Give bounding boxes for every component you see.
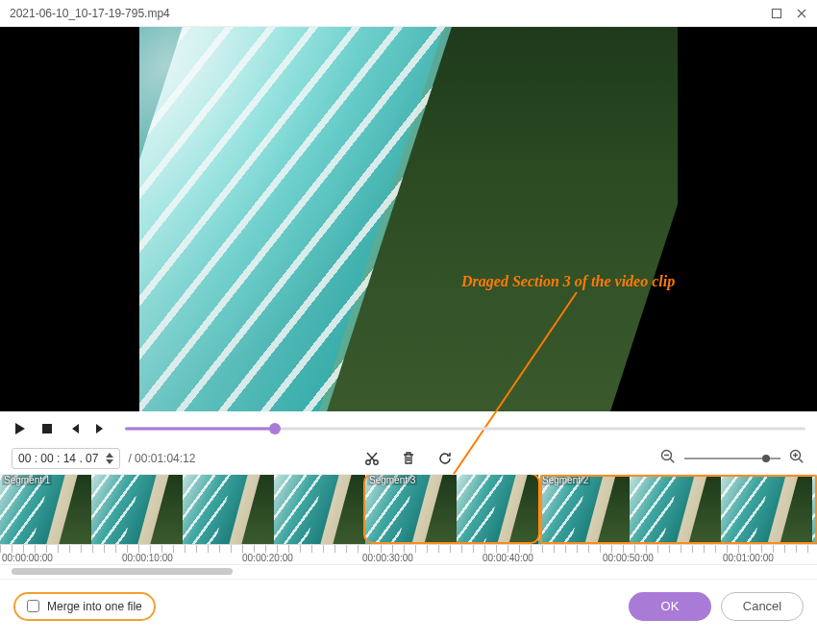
merge-checkbox[interactable] xyxy=(27,600,39,612)
timeline: Segment 1 Segment 3 Segment 2 00:00:00:0… xyxy=(0,475,817,577)
ruler-tick: 00:00:10:00 xyxy=(120,553,240,564)
segment2-label: Segment 2 xyxy=(540,475,590,485)
ruler-tick: 00:00:50:00 xyxy=(601,553,721,564)
title-bar: 2021-06-10_10-17-19-795.mp4 xyxy=(0,0,817,27)
merge-label: Merge into one file xyxy=(47,600,142,613)
video-preview-area: Draged Section 3 of the video clip xyxy=(0,27,817,411)
zoom-slider[interactable] xyxy=(684,458,780,459)
thumb-seg1-0[interactable]: Segment 1 xyxy=(0,475,91,544)
thumb-seg2-1[interactable] xyxy=(630,475,721,544)
maximize-button[interactable] xyxy=(771,8,782,19)
time-tools-row: 00 : 00 : 14 . 07 / 00:01:04:12 xyxy=(0,442,817,475)
window-title: 2021-06-10_10-17-19-795.mp4 xyxy=(10,7,771,20)
timeline-scrollbar[interactable] xyxy=(12,567,805,577)
ruler-tick: 00:00:20:00 xyxy=(240,553,360,564)
segment3-label: Segment 3 xyxy=(367,475,417,485)
total-duration: / 00:01:04:12 xyxy=(128,452,195,465)
current-time-value: 00 : 00 : 14 . 07 xyxy=(18,452,98,465)
seek-slider[interactable] xyxy=(125,424,805,433)
svg-rect-1 xyxy=(42,424,52,433)
ruler-tick: 00:00:40:00 xyxy=(481,553,601,564)
thumb-seg3-1[interactable] xyxy=(457,475,538,544)
cancel-button[interactable]: Cancel xyxy=(721,592,804,621)
video-preview[interactable] xyxy=(139,27,678,411)
ok-button[interactable]: OK xyxy=(629,592,711,621)
timeline-ruler: 00:00:00:00 00:00:10:00 00:00:20:00 00:0… xyxy=(0,544,817,565)
prev-frame-button[interactable] xyxy=(65,420,83,437)
timeline-scrollbar-thumb[interactable] xyxy=(12,568,233,575)
thumb-seg2-2[interactable] xyxy=(721,475,812,544)
play-button[interactable] xyxy=(12,420,29,437)
svg-rect-0 xyxy=(773,9,781,17)
zoom-in-button[interactable] xyxy=(788,448,805,469)
cut-button[interactable] xyxy=(362,449,382,468)
thumb-seg2-3[interactable] xyxy=(812,475,817,544)
stop-button[interactable] xyxy=(38,420,56,437)
time-step-down[interactable] xyxy=(106,458,113,465)
next-frame-button[interactable] xyxy=(92,420,110,437)
ruler-tick: 00:00:30:00 xyxy=(360,553,481,564)
ruler-tick: 00:00:00:00 xyxy=(0,553,120,564)
delete-button[interactable] xyxy=(399,449,418,468)
rotate-button[interactable] xyxy=(435,449,455,468)
timeline-thumbnails[interactable]: Segment 1 Segment 3 Segment 2 xyxy=(0,475,817,544)
playback-controls xyxy=(0,411,817,442)
segment1-label: Segment 1 xyxy=(2,475,52,485)
thumb-seg1-2[interactable] xyxy=(183,475,274,544)
footer: Merge into one file OK Cancel xyxy=(0,579,817,632)
time-step-up[interactable] xyxy=(106,452,113,458)
current-time-input[interactable]: 00 : 00 : 14 . 07 xyxy=(12,448,120,469)
thumb-seg3-0[interactable]: Segment 3 xyxy=(365,475,457,544)
thumb-seg1-1[interactable] xyxy=(91,475,183,544)
thumb-seg2-0[interactable]: Segment 2 xyxy=(538,475,630,544)
ruler-tick: 00:01:00:00 xyxy=(721,553,817,564)
zoom-out-button[interactable] xyxy=(659,448,677,469)
merge-into-one-file[interactable]: Merge into one file xyxy=(13,592,156,621)
thumb-seg1-3[interactable] xyxy=(274,475,365,544)
close-button[interactable] xyxy=(796,8,807,19)
